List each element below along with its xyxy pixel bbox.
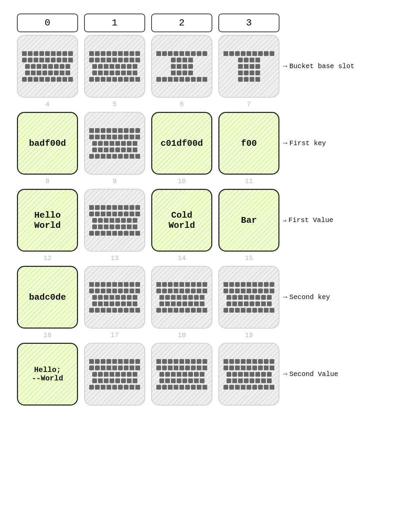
block	[106, 51, 111, 56]
cell-hello-world-2: Hello;--World	[17, 343, 78, 406]
block	[235, 51, 240, 56]
slot-label-11: 11	[218, 175, 279, 188]
block	[171, 58, 176, 62]
block	[177, 58, 181, 62]
block	[112, 51, 117, 56]
block	[270, 51, 274, 56]
block-row	[238, 77, 260, 82]
block	[188, 58, 193, 62]
block	[68, 51, 73, 56]
slot-label-6: 6	[151, 98, 212, 111]
block	[133, 64, 137, 69]
second-value-row: Hello;--World	[17, 343, 393, 406]
index-cell-2: 2	[151, 14, 212, 32]
first-key-label: First key	[289, 139, 326, 147]
block	[110, 64, 114, 69]
block	[34, 77, 38, 82]
block-row	[25, 64, 70, 69]
block	[115, 64, 120, 69]
block	[156, 77, 161, 82]
block	[45, 51, 50, 56]
block	[252, 51, 257, 56]
block	[28, 77, 33, 82]
first-value-annotation: ⇒ First Value	[283, 216, 333, 224]
index-cell-1: 1	[84, 14, 145, 32]
block	[98, 64, 103, 69]
block	[42, 71, 47, 75]
block	[62, 58, 67, 62]
cell-15-base	[218, 266, 279, 329]
block	[244, 71, 249, 75]
block	[202, 77, 207, 82]
block-row	[25, 71, 70, 75]
block	[110, 71, 114, 75]
block	[162, 77, 167, 82]
block	[101, 77, 105, 82]
block	[182, 58, 187, 62]
block	[115, 71, 120, 75]
block	[39, 58, 44, 62]
slot-label-10: 10	[151, 175, 212, 188]
block	[106, 77, 111, 82]
second-value-cells: Hello;--World	[17, 343, 279, 406]
block	[244, 77, 249, 82]
cell-18-base	[151, 343, 212, 406]
block-row	[89, 58, 140, 62]
block	[179, 51, 184, 56]
block	[57, 77, 61, 82]
block	[34, 51, 38, 56]
block	[65, 64, 70, 69]
cell-9-base	[84, 189, 145, 252]
block	[62, 77, 67, 82]
block	[51, 58, 56, 62]
block-row	[171, 71, 193, 75]
block	[168, 77, 173, 82]
block	[255, 64, 260, 69]
cell-cold-world: ColdWorld	[151, 189, 212, 252]
cell-badf00d: badf00d	[17, 112, 78, 175]
bucket-base-cells	[17, 35, 279, 98]
block	[244, 64, 249, 69]
block	[255, 58, 260, 62]
block	[191, 77, 196, 82]
block	[112, 58, 117, 62]
block	[130, 51, 134, 56]
second-key-label: Second key	[289, 293, 330, 301]
block	[37, 64, 41, 69]
cell-14-base	[151, 266, 212, 329]
cell-13-base	[84, 266, 145, 329]
block	[92, 71, 97, 75]
block-row	[156, 77, 207, 82]
block	[31, 71, 36, 75]
block	[89, 51, 94, 56]
slot-label-15: 15	[218, 252, 279, 264]
cell-2-base	[151, 35, 212, 98]
block	[92, 64, 97, 69]
block	[57, 58, 61, 62]
block	[250, 58, 254, 62]
block	[135, 77, 140, 82]
slot-label-13: 13	[84, 252, 145, 264]
block	[34, 58, 38, 62]
block	[31, 64, 36, 69]
block	[127, 71, 132, 75]
slot-label-4: 4	[17, 98, 78, 111]
block	[244, 58, 249, 62]
first-value-label: First Value	[289, 216, 333, 224]
first-value-row: HelloWorld ColdWorld Bar ⇒ First Value	[17, 189, 393, 252]
cell-f00: f00	[218, 112, 279, 175]
block	[57, 51, 61, 56]
block-row	[238, 71, 260, 75]
block	[112, 77, 117, 82]
block	[54, 64, 59, 69]
cell-badc0de: badc0de	[17, 266, 78, 329]
block-row	[156, 51, 207, 56]
cell-3-base	[218, 35, 279, 98]
block	[22, 51, 27, 56]
block	[121, 71, 126, 75]
block	[238, 64, 243, 69]
block-row	[238, 64, 260, 69]
block-row	[92, 71, 137, 75]
block	[130, 77, 134, 82]
block	[101, 58, 105, 62]
